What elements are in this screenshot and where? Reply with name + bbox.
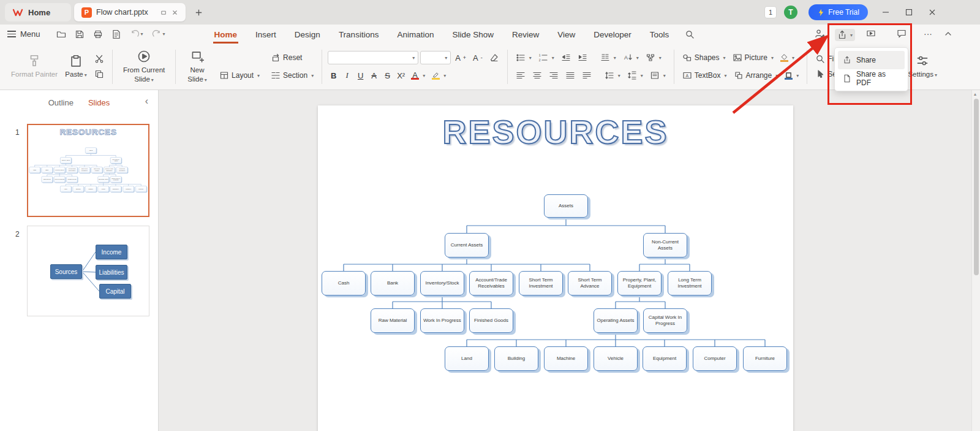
org-node-inventory[interactable]: Inventory/Stock bbox=[54, 167, 65, 173]
convert-to-diagram-button[interactable]: ▾ bbox=[643, 51, 664, 64]
shapes-dropdown-icon[interactable]: ▾ bbox=[723, 55, 726, 61]
text-direction-dropdown-icon[interactable]: ▾ bbox=[636, 55, 639, 61]
tab-slide-show[interactable]: Slide Show bbox=[451, 26, 495, 44]
superscript-button[interactable]: X² bbox=[395, 71, 407, 80]
layout-button[interactable]: Layout▾ bbox=[217, 69, 262, 82]
org-node-inventory[interactable]: Inventory/Stock bbox=[420, 271, 464, 296]
numbering-button[interactable]: 12▾ bbox=[536, 51, 557, 64]
paragraph-spacing-dropdown-icon[interactable]: ▾ bbox=[641, 73, 643, 78]
org-node-cash[interactable]: Cash bbox=[322, 271, 366, 296]
account-avatar[interactable]: T bbox=[784, 6, 797, 19]
highlight-dropdown-icon[interactable]: ▾ bbox=[443, 73, 446, 78]
redo-dropdown-icon[interactable]: ▾ bbox=[163, 31, 165, 37]
font-size-select[interactable]: ▾ bbox=[420, 51, 451, 64]
columns-button[interactable]: ▾ bbox=[598, 51, 619, 64]
org-node-vehicle[interactable]: Vehicle bbox=[98, 186, 109, 192]
paragraph-settings-button[interactable]: ▾ bbox=[647, 69, 668, 82]
section-dropdown-icon[interactable]: ▾ bbox=[311, 73, 314, 78]
tab-insert[interactable]: Insert bbox=[254, 26, 277, 44]
justify-button[interactable] bbox=[563, 69, 578, 82]
org-node-short-term-investment[interactable]: Short Term Investment bbox=[519, 271, 563, 296]
cut-button[interactable] bbox=[92, 53, 107, 65]
undo-button[interactable]: ▾ bbox=[130, 29, 143, 39]
save-icon[interactable] bbox=[75, 29, 85, 39]
font-size-dropdown-icon[interactable]: ▾ bbox=[445, 55, 447, 61]
columns-dropdown-icon[interactable]: ▾ bbox=[614, 55, 616, 61]
copy-button[interactable] bbox=[92, 68, 107, 80]
paste-dropdown-icon[interactable]: ▾ bbox=[85, 72, 87, 78]
slides-tab[interactable]: Slides bbox=[88, 98, 110, 107]
slide-surface[interactable]: RESOURCES Assets Current Assets Non-Curr… bbox=[318, 105, 793, 431]
tab-transitions[interactable]: Transitions bbox=[337, 26, 380, 44]
strikethrough-button[interactable]: S bbox=[382, 71, 393, 80]
outline-tab[interactable]: Outline bbox=[48, 98, 74, 107]
org-node-property-plant-equipment[interactable]: Property, Plant, Equipment bbox=[104, 167, 115, 173]
distribute-button[interactable] bbox=[579, 69, 594, 82]
collapse-ribbon-button[interactable] bbox=[943, 29, 953, 39]
org-node-furniture[interactable]: Furniture bbox=[135, 186, 146, 192]
org-node-short-term-advance[interactable]: Short Term Advance bbox=[568, 271, 612, 296]
org-node-current-assets[interactable]: Current Assets bbox=[445, 233, 489, 257]
org-node-assets[interactable]: Assets bbox=[544, 194, 588, 218]
org-node-short-term-advance[interactable]: Short Term Advance bbox=[91, 167, 102, 173]
tab-tools[interactable]: Tools bbox=[649, 26, 671, 44]
org-node-vehicle[interactable]: Vehicle bbox=[594, 346, 638, 371]
org-node-capital-work-in-progress[interactable]: Capital Work In Progress bbox=[110, 177, 121, 183]
slide-canvas[interactable]: RESOURCES Assets Current Assets Non-Curr… bbox=[159, 90, 980, 431]
minimize-button[interactable] bbox=[881, 7, 891, 17]
from-current-slide-button[interactable]: From Current Slide▾ bbox=[118, 48, 170, 85]
org-node-building[interactable]: Building bbox=[494, 346, 538, 371]
maximize-button[interactable] bbox=[904, 7, 914, 17]
home-tab[interactable]: Home bbox=[5, 3, 71, 21]
tab-restore-icon[interactable] bbox=[160, 9, 167, 16]
tab-review[interactable]: Review bbox=[511, 26, 540, 44]
picture-button[interactable]: Picture▾ bbox=[730, 51, 776, 64]
scrollbar-thumb[interactable] bbox=[974, 99, 979, 275]
slide-surface[interactable]: RESOURCES Assets Current Assets Non-Curr… bbox=[28, 125, 148, 215]
org-node-property-plant-equipment[interactable]: Property, Plant, Equipment bbox=[617, 271, 662, 296]
font-family-dropdown-icon[interactable]: ▾ bbox=[412, 55, 415, 61]
tab-animation[interactable]: Animation bbox=[396, 26, 435, 44]
more-options-button[interactable]: ··· bbox=[924, 29, 932, 39]
open-file-icon[interactable] bbox=[56, 29, 66, 39]
fill-dropdown-icon[interactable]: ▾ bbox=[792, 55, 794, 61]
org-node-cash[interactable]: Cash bbox=[29, 167, 40, 173]
format-painter-button[interactable]: Format Painter bbox=[9, 53, 60, 80]
org-node-computer[interactable]: Computer bbox=[693, 346, 737, 371]
tab-developer[interactable]: Developer bbox=[592, 26, 633, 44]
org-node-furniture[interactable]: Furniture bbox=[743, 346, 787, 371]
org-node-land[interactable]: Land bbox=[60, 186, 71, 192]
comments-button[interactable] bbox=[897, 29, 907, 39]
tab-design[interactable]: Design bbox=[293, 26, 322, 44]
present-button[interactable] bbox=[866, 29, 876, 39]
textbox-button[interactable]: ATextBox▾ bbox=[680, 69, 729, 82]
picture-dropdown-icon[interactable]: ▾ bbox=[771, 55, 774, 61]
tab-home[interactable]: Home bbox=[213, 26, 239, 44]
org-node-bank[interactable]: Bank bbox=[42, 167, 53, 173]
org-node-work-in-progress[interactable]: Work In Progress bbox=[420, 308, 464, 333]
bold-button[interactable]: B bbox=[328, 71, 339, 80]
line-spacing-button[interactable]: ▾ bbox=[602, 69, 623, 82]
line-spacing-dropdown-icon[interactable]: ▾ bbox=[618, 73, 620, 78]
org-node-operating-assets[interactable]: Operating Assets bbox=[98, 177, 109, 183]
org-node-non-current-assets[interactable]: Non-Current Assets bbox=[643, 233, 687, 257]
document-tab[interactable]: P Flow chart.pptx bbox=[74, 3, 186, 21]
tab-view[interactable]: View bbox=[556, 26, 576, 44]
org-node-receivables[interactable]: Account/Trade Receivables bbox=[66, 167, 77, 173]
share-dropdown-arrow-icon[interactable]: ▾ bbox=[850, 32, 853, 38]
close-button[interactable] bbox=[927, 7, 937, 17]
diagram-dropdown-icon[interactable]: ▾ bbox=[659, 55, 662, 61]
underline-button[interactable]: U bbox=[355, 71, 366, 80]
org-node-long-term-investment[interactable]: Long Term Investment bbox=[668, 271, 712, 296]
paste-button[interactable]: Paste▾ bbox=[60, 53, 92, 80]
shapes-button[interactable]: Shapes▾ bbox=[680, 51, 728, 64]
search-icon[interactable] bbox=[685, 29, 695, 39]
org-node-operating-assets[interactable]: Operating Assets bbox=[594, 308, 638, 333]
italic-button[interactable]: I bbox=[341, 71, 353, 80]
font-color-dropdown-icon[interactable]: ▾ bbox=[423, 73, 425, 78]
print-icon[interactable] bbox=[93, 29, 103, 39]
notification-badge[interactable]: 1 bbox=[764, 6, 777, 18]
paragraph-settings-dropdown-icon[interactable]: ▾ bbox=[663, 73, 666, 78]
org-node-non-current-assets[interactable]: Non-Current Assets bbox=[110, 158, 121, 164]
free-trial-button[interactable]: Free Trial bbox=[809, 4, 868, 20]
